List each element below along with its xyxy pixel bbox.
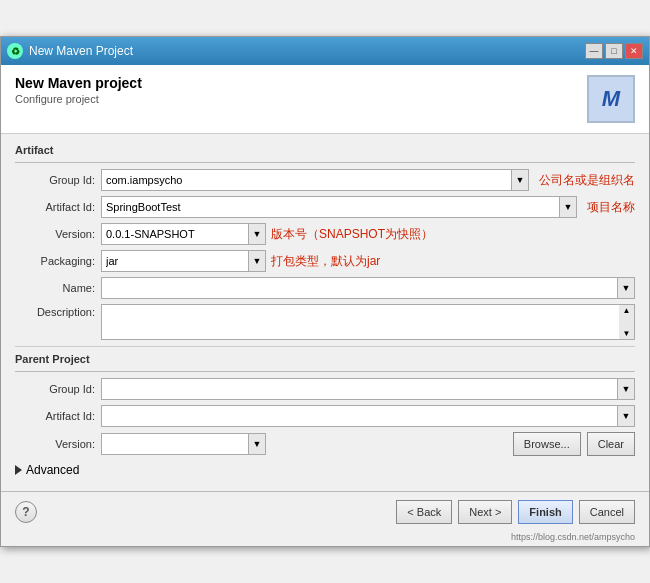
help-button[interactable]: ? [15,501,37,523]
window-icon: ♻ [7,43,23,59]
parent-artifact-id-dropdown-arrow[interactable]: ▼ [617,405,635,427]
parent-version-combo: ▼ [101,433,211,455]
version-combo: ▼ [101,223,261,245]
packaging-row: Packaging: ▼ 打包类型，默认为jar [15,250,635,272]
name-combo: ▼ [101,277,635,299]
header-text: New Maven project Configure project [15,75,142,105]
header-area: New Maven project Configure project M [1,65,649,134]
page-subtitle: Configure project [15,93,142,105]
name-dropdown-arrow[interactable]: ▼ [617,277,635,299]
parent-group-id-input[interactable] [101,378,617,400]
parent-artifact-id-row: Artifact Id: ▼ [15,405,635,427]
group-id-combo: ▼ [101,169,529,191]
description-input[interactable] [101,304,619,340]
clear-button[interactable]: Clear [587,432,635,456]
group-id-label: Group Id: [15,174,95,186]
name-label: Name: [15,282,95,294]
packaging-annotation: 打包类型，默认为jar [271,253,380,270]
version-annotation: 版本号（SNAPSHOT为快照） [271,226,433,243]
artifact-id-input[interactable] [101,196,559,218]
version-input[interactable] [101,223,248,245]
artifact-id-label: Artifact Id: [15,201,95,213]
description-label: Description: [15,306,95,318]
minimize-button[interactable]: — [585,43,603,59]
back-button[interactable]: < Back [396,500,452,524]
version-dropdown-arrow[interactable]: ▼ [248,223,266,245]
title-bar: ♻ New Maven Project — □ ✕ [1,37,649,65]
bottom-right-buttons: < Back Next > Finish Cancel [396,500,635,524]
section-separator [15,346,635,347]
group-id-row: Group Id: ▼ 公司名或是组织名 [15,169,635,191]
group-id-input[interactable] [101,169,511,191]
name-input[interactable] [101,277,617,299]
close-button[interactable]: ✕ [625,43,643,59]
version-row: Version: ▼ 版本号（SNAPSHOT为快照） [15,223,635,245]
packaging-dropdown-arrow[interactable]: ▼ [248,250,266,272]
parent-group-id-label: Group Id: [15,383,95,395]
packaging-input[interactable] [101,250,248,272]
main-window: ♻ New Maven Project — □ ✕ New Maven proj… [0,36,650,547]
advanced-label: Advanced [26,463,79,477]
finish-button[interactable]: Finish [518,500,572,524]
advanced-row[interactable]: Advanced [15,461,635,479]
cancel-button[interactable]: Cancel [579,500,635,524]
group-id-annotation: 公司名或是组织名 [539,172,635,189]
description-row: Description: ▲ ▼ [15,304,635,340]
artifact-id-row: Artifact Id: ▼ 项目名称 [15,196,635,218]
parent-group-id-row: Group Id: ▼ [15,378,635,400]
description-field-wrapper: ▲ ▼ [101,304,635,340]
bottom-bar: ? < Back Next > Finish Cancel [1,491,649,532]
content-area: Artifact Group Id: ▼ 公司名或是组织名 Artifact I… [1,134,649,483]
parent-section-label: Parent Project [15,353,635,365]
maven-icon: M [587,75,635,123]
parent-artifact-id-input[interactable] [101,405,617,427]
parent-group-id-dropdown-arrow[interactable]: ▼ [617,378,635,400]
browse-button[interactable]: Browse... [513,432,581,456]
packaging-label: Packaging: [15,255,95,267]
window-title: New Maven Project [29,44,579,58]
artifact-id-annotation: 项目名称 [587,199,635,216]
parent-group-id-combo: ▼ [101,378,635,400]
artifact-id-combo: ▼ [101,196,577,218]
parent-version-label: Version: [15,438,95,450]
parent-artifact-id-label: Artifact Id: [15,410,95,422]
parent-version-row: Version: ▼ Browse... Clear [15,432,635,456]
next-button[interactable]: Next > [458,500,512,524]
maximize-button[interactable]: □ [605,43,623,59]
name-row: Name: ▼ [15,277,635,299]
packaging-combo: ▼ [101,250,261,272]
group-id-dropdown-arrow[interactable]: ▼ [511,169,529,191]
window-controls: — □ ✕ [585,43,643,59]
artifact-section-label: Artifact [15,144,635,156]
parent-artifact-id-combo: ▼ [101,405,635,427]
advanced-expand-icon [15,465,22,475]
description-scrollbar[interactable]: ▲ ▼ [619,304,635,340]
parent-version-input[interactable] [101,433,248,455]
parent-project-section: Parent Project Group Id: ▼ Artifact Id: … [15,353,635,456]
watermark: https://blog.csdn.net/ampsycho [1,532,649,546]
artifact-id-dropdown-arrow[interactable]: ▼ [559,196,577,218]
parent-version-dropdown-arrow[interactable]: ▼ [248,433,266,455]
page-title: New Maven project [15,75,142,91]
version-label: Version: [15,228,95,240]
